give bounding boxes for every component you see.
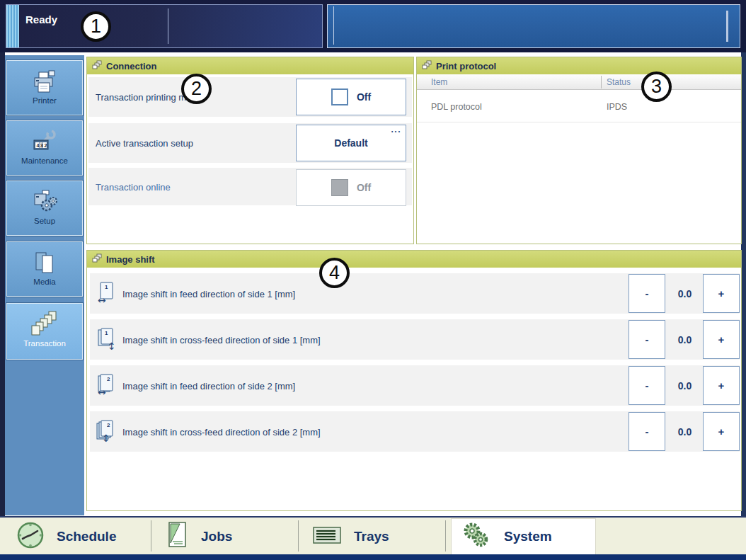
schedule-clock-icon <box>16 520 45 553</box>
shift-crossfeed-side1-icon: 1 ↕ <box>96 328 117 355</box>
system-gears-icon <box>461 521 493 552</box>
window-frame-right <box>741 52 746 560</box>
svg-text:4: 4 <box>37 143 40 148</box>
column-divider <box>601 76 602 88</box>
setting-label: Active transaction setup <box>96 138 193 149</box>
secondary-panel-divider-left <box>333 6 334 45</box>
tab-schedule[interactable]: Schedule <box>6 520 149 553</box>
shift-feed-side1-icon: 1 ↔ <box>96 282 117 309</box>
cascade-pages-icon <box>92 253 102 265</box>
secondary-panel-divider-right <box>726 11 728 42</box>
decrease-button[interactable]: - <box>629 412 665 451</box>
image-shift-label: Image shift in feed direction of side 1 … <box>122 288 295 299</box>
sidebar-item-setup[interactable]: Setup <box>6 180 84 236</box>
setting-row: Transaction online Off <box>88 168 412 205</box>
tab-trays[interactable]: Trays <box>302 520 443 553</box>
panel-title: Connection <box>106 61 157 72</box>
row-status-value: IPDS <box>607 102 627 112</box>
active-transaction-setup-button[interactable]: ... Default <box>296 125 406 161</box>
status-accent-stripe <box>6 5 19 47</box>
sidebar-item-media[interactable]: Media <box>6 241 84 297</box>
sidebar-item-maintenance[interactable]: 4 3 2 Maintenance <box>6 120 84 176</box>
increase-button[interactable]: + <box>703 274 740 313</box>
sidebar: Printer 4 3 2 Maintenance <box>5 55 84 515</box>
transaction-printing-mode-toggle[interactable]: Off <box>296 79 406 115</box>
row-item-value: PDL protocol <box>431 102 482 112</box>
top-status-bar: Ready <box>0 0 746 52</box>
setting-row: Active transaction setup ... Default <box>88 123 412 163</box>
connection-panel-header: Connection <box>87 57 413 74</box>
column-status: Status <box>607 77 631 87</box>
shift-feed-side2-icon: 2 ↔ <box>96 374 117 401</box>
app-window: Ready Printer <box>0 0 746 560</box>
maintenance-icon: 4 3 2 <box>6 120 83 154</box>
shift-value: 0.0 <box>667 411 703 452</box>
checkbox-unchecked[interactable] <box>331 88 348 105</box>
svg-text:↔: ↔ <box>98 295 106 306</box>
printer-icon <box>6 60 83 94</box>
status-text: Ready <box>25 13 57 25</box>
image-shift-label: Image shift in feed direction of side 2 … <box>122 380 295 391</box>
transaction-icon <box>6 303 83 337</box>
table-row[interactable]: PDL protocol IPDS <box>417 90 741 122</box>
ellipsis-more-indicator: ... <box>391 125 401 135</box>
image-shift-row: 2 ↔ Image shift in feed direction of sid… <box>90 365 740 406</box>
svg-text:↕: ↕ <box>108 341 116 352</box>
setting-label: Transaction online <box>96 181 171 192</box>
indicator-state-label: Off <box>357 182 371 193</box>
panel-title: Print protocol <box>436 61 496 72</box>
svg-text:3: 3 <box>40 143 43 148</box>
shift-crossfeed-side2-icon: 2 ↕ <box>96 420 117 447</box>
bottom-tab-bar: Schedule Jobs <box>0 516 746 554</box>
decrease-button[interactable]: - <box>629 366 665 405</box>
increase-button[interactable]: + <box>703 366 740 405</box>
image-shift-row: 1 ↔ Image shift in feed direction of sid… <box>90 273 740 314</box>
toggle-state-label: Off <box>357 91 371 103</box>
table-column-header: Item Status <box>417 74 741 90</box>
sidebar-item-label: Setup <box>6 217 83 225</box>
tab-label: Schedule <box>57 529 116 544</box>
sidebar-item-label: Transaction <box>6 339 83 348</box>
svg-text:2: 2 <box>107 422 110 428</box>
callout-4: 4 <box>319 258 350 288</box>
setup-icon <box>6 181 83 215</box>
status-panel-divider <box>168 8 168 44</box>
tab-jobs[interactable]: Jobs <box>154 520 296 553</box>
tab-separator <box>445 520 446 552</box>
shift-value: 0.0 <box>667 365 703 406</box>
callout-3: 3 <box>641 72 672 102</box>
tab-label: Trays <box>354 529 389 544</box>
window-frame-bottom <box>0 554 746 560</box>
sidebar-item-label: Printer <box>6 96 83 105</box>
image-shift-label: Image shift in cross-feed direction of s… <box>122 426 321 437</box>
tab-system[interactable]: System <box>451 518 596 554</box>
sidebar-item-printer[interactable]: Printer <box>6 59 84 116</box>
indicator-square <box>331 179 348 196</box>
svg-text:↔: ↔ <box>98 387 106 398</box>
image-shift-row: 2 ↕ Image shift in cross-feed direction … <box>90 411 740 452</box>
svg-text:↕: ↕ <box>102 433 110 444</box>
sidebar-item-label: Maintenance <box>6 156 83 165</box>
media-icon <box>6 241 83 275</box>
status-panel[interactable]: Ready <box>6 4 323 48</box>
tab-separator <box>298 520 299 552</box>
increase-button[interactable]: + <box>703 320 740 359</box>
shift-value: 0.0 <box>667 319 703 360</box>
image-shift-panel: Image shift 1 ↔ Image shift in feed dire… <box>86 250 742 511</box>
decrease-button[interactable]: - <box>629 320 665 359</box>
shift-value: 0.0 <box>667 273 703 314</box>
sidebar-item-label: Media <box>6 278 83 286</box>
decrease-button[interactable]: - <box>629 274 665 313</box>
svg-text:1: 1 <box>105 330 108 336</box>
svg-text:1: 1 <box>105 284 108 290</box>
sidebar-item-transaction[interactable]: Transaction <box>6 302 84 360</box>
trays-icon <box>311 524 343 549</box>
image-shift-panel-header: Image shift <box>87 251 741 268</box>
tab-label: System <box>504 529 552 544</box>
callout-2: 2 <box>181 74 212 104</box>
print-protocol-panel: Print protocol Item Status PDL protocol … <box>416 57 742 244</box>
column-item: Item <box>431 77 447 87</box>
increase-button[interactable]: + <box>703 412 740 451</box>
tab-separator <box>151 520 151 552</box>
secondary-status-panel[interactable] <box>327 4 740 48</box>
